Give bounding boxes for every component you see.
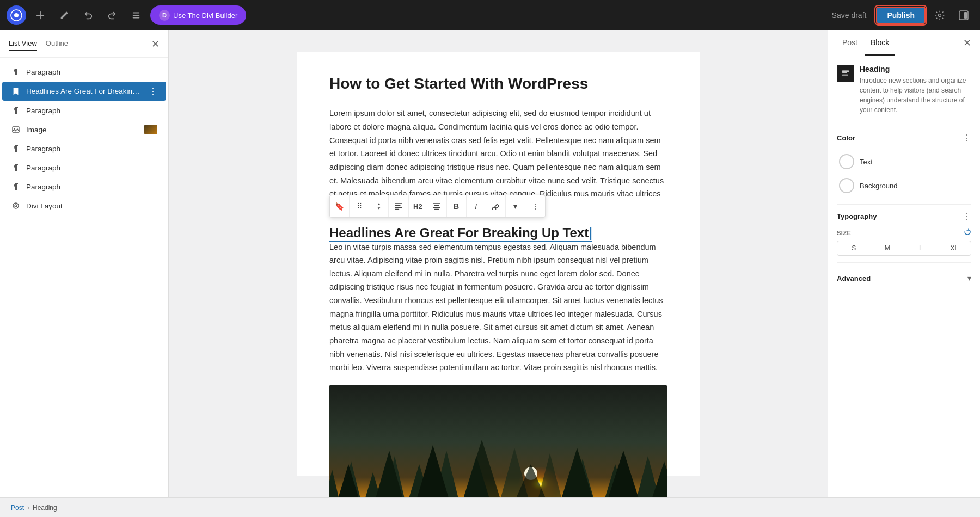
wp-logo-icon[interactable] (7, 5, 26, 25)
list-view-tab[interactable]: List View (9, 37, 37, 51)
sidebar-item-paragraph-5[interactable]: Paragraph (2, 177, 166, 196)
sidebar-item-paragraph-2[interactable]: Paragraph (2, 101, 166, 120)
svg-point-13 (15, 205, 17, 207)
body-paragraph-2[interactable]: Leo in vitae turpis massa sed elementum … (329, 241, 667, 374)
add-block-button[interactable] (30, 5, 50, 25)
svg-rect-18 (433, 203, 440, 204)
divi-builder-button[interactable]: D Use The Divi Builder (150, 5, 246, 25)
sidebar-close-button[interactable]: ✕ (151, 38, 160, 50)
svg-rect-19 (434, 205, 439, 206)
size-l-button[interactable]: L (904, 241, 938, 255)
sidebar-item-paragraph-1[interactable]: Paragraph (2, 63, 166, 81)
size-m-button[interactable]: M (871, 241, 905, 255)
sidebar-items-list: ParagraphHeadlines Are Great For Breakin… (0, 58, 168, 497)
sidebar-item-actions[interactable]: ⋮ (149, 86, 157, 96)
toolbar-align-center-button[interactable] (427, 195, 447, 217)
heading-block[interactable]: Headlines Are Great For Breaking Up Text (329, 225, 592, 242)
svg-rect-15 (395, 205, 401, 206)
divider-3 (837, 262, 971, 263)
svg-rect-52 (842, 72, 847, 73)
sidebar-item-icon (11, 144, 21, 153)
size-xl-button[interactable]: XL (938, 241, 971, 255)
sidebar-item-paragraph-3[interactable]: Paragraph (2, 139, 166, 158)
typography-more-button[interactable]: ⋮ (963, 211, 971, 221)
sidebar-item-label: Image (26, 126, 139, 134)
text-color-option: Text (837, 150, 971, 174)
publish-button[interactable]: Publish (876, 7, 926, 24)
breadcrumb-heading: Heading (33, 504, 57, 512)
sidebar-item-label: Paragraph (26, 68, 157, 76)
svg-rect-6 (133, 17, 140, 19)
toolbar-drag-button[interactable]: ⠿ (350, 195, 369, 217)
main-area: List View Outline ✕ ParagraphHeadlines A… (0, 30, 980, 497)
background-color-label: Background (860, 182, 897, 190)
divi-icon: D (159, 10, 170, 21)
svg-rect-4 (133, 13, 140, 14)
color-more-button[interactable]: ⋮ (963, 133, 971, 143)
toolbar-bookmark-button[interactable]: 🔖 (330, 195, 350, 217)
toolbar-arrow-button[interactable] (369, 195, 389, 217)
edit-button[interactable] (54, 5, 74, 25)
svg-rect-20 (433, 207, 440, 208)
svg-point-7 (939, 14, 941, 17)
sidebar-item-icon (11, 201, 21, 211)
breadcrumb-post[interactable]: Post (11, 504, 24, 512)
advanced-chevron-icon: ▾ (967, 274, 971, 282)
settings-button[interactable] (930, 5, 950, 25)
outline-tab[interactable]: Outline (46, 37, 68, 51)
right-panel-content: Heading Introduce new sections and organ… (828, 56, 980, 497)
toolbar-align-left-button[interactable] (389, 195, 408, 217)
size-s-button[interactable]: S (837, 241, 871, 255)
sidebar-item-icon (11, 182, 21, 192)
svg-rect-51 (842, 71, 849, 72)
svg-rect-21 (434, 209, 439, 210)
svg-rect-53 (842, 75, 848, 76)
size-reset-button[interactable] (964, 228, 971, 237)
background-color-circle[interactable] (839, 178, 854, 193)
advanced-section-header[interactable]: Advanced ▾ (837, 269, 971, 287)
breadcrumb-separator: › (27, 504, 29, 512)
divider-1 (837, 126, 971, 126)
toolbar-link-button[interactable] (486, 195, 506, 217)
sidebar-item-divi-layout[interactable]: Divi Layout (2, 196, 166, 215)
typography-section-header: Typography ⋮ (837, 211, 971, 221)
save-draft-button[interactable]: Save draft (826, 8, 872, 23)
svg-rect-3 (36, 15, 44, 16)
heading-level-selector[interactable]: H2 (408, 195, 427, 217)
sidebar-item-icon (11, 87, 21, 96)
list-view-button[interactable] (126, 5, 146, 25)
tab-block[interactable]: Block (865, 30, 895, 56)
svg-point-11 (14, 128, 15, 129)
text-color-circle[interactable] (839, 154, 854, 169)
toolbar-bold-button[interactable]: B (447, 195, 467, 217)
toolbar-italic-button[interactable]: I (467, 195, 486, 217)
right-panel-close-button[interactable]: ✕ (963, 37, 971, 49)
sidebar-item-paragraph-4[interactable]: Paragraph (2, 158, 166, 177)
sidebar-item-label: Paragraph (26, 183, 157, 191)
redo-button[interactable] (102, 5, 122, 25)
sidebar-header: List View Outline ✕ (0, 30, 168, 58)
post-title: How to Get Started With WordPress (329, 74, 667, 94)
undo-button[interactable] (78, 5, 98, 25)
sidebar-item-label: Paragraph (26, 107, 157, 115)
svg-rect-14 (395, 203, 402, 204)
svg-rect-9 (964, 12, 967, 19)
sidebar-item-icon (11, 106, 21, 115)
toolbar-more-button[interactable]: ⋮ (525, 195, 545, 217)
toolbar-dropdown-button[interactable]: ▾ (506, 195, 525, 217)
typography-section-title: Typography (837, 212, 877, 220)
block-toolbar: 🔖 ⠿ H2 B I ▾ ⋮ (329, 195, 546, 218)
sidebar-item-label: Headlines Are Great For Breaking Up T... (26, 87, 143, 95)
sidebar-item-icon (11, 125, 21, 134)
sidebar-item-label: Paragraph (26, 164, 157, 172)
right-panel: Post Block ✕ Heading Introduce new secti… (828, 30, 980, 497)
svg-rect-17 (395, 209, 399, 210)
panel-toggle-button[interactable] (954, 5, 973, 25)
block-info: Heading Introduce new sections and organ… (837, 65, 971, 115)
typography-section: Typography ⋮ SIZE S M L XL (837, 211, 971, 256)
tab-post[interactable]: Post (837, 30, 863, 56)
sidebar-item-image[interactable]: Image (2, 120, 166, 139)
sidebar-item-headlines[interactable]: Headlines Are Great For Breaking Up T...… (2, 82, 166, 101)
block-type-description: Introduce new sections and organize cont… (860, 76, 971, 115)
size-buttons-group: S M L XL (837, 241, 971, 256)
